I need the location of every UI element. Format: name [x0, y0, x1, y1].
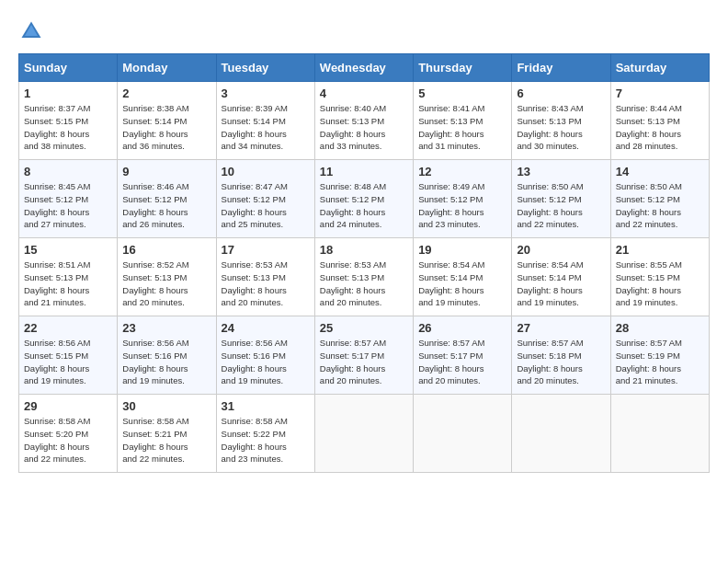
calendar-cell: 27Sunrise: 8:57 AM Sunset: 5:18 PM Dayli…	[512, 316, 610, 395]
day-number: 31	[222, 399, 310, 413]
header-thursday: Thursday	[414, 54, 512, 82]
calendar-cell: 20Sunrise: 8:54 AM Sunset: 5:14 PM Dayli…	[512, 238, 610, 316]
calendar-week-row: 8Sunrise: 8:45 AM Sunset: 5:12 PM Daylig…	[19, 160, 710, 238]
calendar-cell: 17Sunrise: 8:53 AM Sunset: 5:13 PM Dayli…	[216, 238, 314, 316]
day-number: 11	[320, 165, 408, 178]
day-number: 28	[616, 321, 704, 335]
calendar-cell: 31Sunrise: 8:58 AM Sunset: 5:22 PM Dayli…	[216, 395, 314, 473]
day-number: 2	[122, 86, 210, 100]
calendar-week-row: 22Sunrise: 8:56 AM Sunset: 5:15 PM Dayli…	[19, 316, 710, 395]
day-info: Sunrise: 8:39 AM Sunset: 5:14 PM Dayligh…	[222, 102, 310, 153]
day-number: 12	[418, 165, 506, 178]
calendar-cell: 12Sunrise: 8:49 AM Sunset: 5:12 PM Dayli…	[414, 160, 512, 238]
day-info: Sunrise: 8:56 AM Sunset: 5:16 PM Dayligh…	[122, 337, 210, 387]
day-number: 22	[24, 321, 112, 335]
calendar-cell: 14Sunrise: 8:50 AM Sunset: 5:12 PM Dayli…	[610, 160, 709, 238]
header-tuesday: Tuesday	[216, 54, 314, 82]
calendar-cell	[512, 395, 610, 473]
day-info: Sunrise: 8:53 AM Sunset: 5:13 PM Dayligh…	[222, 259, 310, 309]
calendar-cell: 22Sunrise: 8:56 AM Sunset: 5:15 PM Dayli…	[19, 316, 118, 395]
day-info: Sunrise: 8:37 AM Sunset: 5:15 PM Dayligh…	[24, 102, 112, 153]
day-number: 20	[517, 243, 605, 257]
day-number: 7	[616, 86, 704, 100]
day-number: 24	[222, 321, 310, 335]
logo	[18, 18, 48, 44]
day-number: 15	[24, 243, 112, 257]
day-number: 17	[222, 243, 310, 257]
day-info: Sunrise: 8:57 AM Sunset: 5:18 PM Dayligh…	[517, 337, 605, 387]
day-number: 1	[24, 86, 112, 100]
calendar-cell: 23Sunrise: 8:56 AM Sunset: 5:16 PM Dayli…	[118, 316, 216, 395]
day-info: Sunrise: 8:58 AM Sunset: 5:22 PM Dayligh…	[222, 415, 310, 465]
calendar-cell: 15Sunrise: 8:51 AM Sunset: 5:13 PM Dayli…	[19, 238, 118, 316]
calendar-cell: 11Sunrise: 8:48 AM Sunset: 5:12 PM Dayli…	[314, 160, 413, 238]
day-info: Sunrise: 8:44 AM Sunset: 5:13 PM Dayligh…	[616, 102, 704, 153]
day-info: Sunrise: 8:57 AM Sunset: 5:19 PM Dayligh…	[616, 337, 704, 387]
day-info: Sunrise: 8:51 AM Sunset: 5:13 PM Dayligh…	[24, 259, 112, 309]
day-number: 9	[122, 165, 210, 178]
calendar-cell: 18Sunrise: 8:53 AM Sunset: 5:13 PM Dayli…	[314, 238, 413, 316]
header-monday: Monday	[118, 54, 216, 82]
day-info: Sunrise: 8:45 AM Sunset: 5:12 PM Dayligh…	[24, 180, 112, 231]
calendar-cell: 29Sunrise: 8:58 AM Sunset: 5:20 PM Dayli…	[19, 395, 118, 473]
day-number: 4	[320, 86, 408, 100]
calendar-cell: 21Sunrise: 8:55 AM Sunset: 5:15 PM Dayli…	[610, 238, 709, 316]
calendar-table: Sunday Monday Tuesday Wednesday Thursday…	[18, 53, 710, 473]
day-info: Sunrise: 8:49 AM Sunset: 5:12 PM Dayligh…	[418, 180, 506, 231]
day-number: 16	[122, 243, 210, 257]
header-sunday: Sunday	[19, 54, 118, 82]
day-number: 18	[320, 243, 408, 257]
day-info: Sunrise: 8:50 AM Sunset: 5:12 PM Dayligh…	[517, 180, 605, 231]
day-info: Sunrise: 8:57 AM Sunset: 5:17 PM Dayligh…	[418, 337, 506, 387]
day-info: Sunrise: 8:56 AM Sunset: 5:15 PM Dayligh…	[24, 337, 112, 387]
calendar-cell: 19Sunrise: 8:54 AM Sunset: 5:14 PM Dayli…	[414, 238, 512, 316]
day-number: 8	[24, 165, 112, 178]
day-info: Sunrise: 8:47 AM Sunset: 5:12 PM Dayligh…	[222, 180, 310, 231]
calendar-cell: 3Sunrise: 8:39 AM Sunset: 5:14 PM Daylig…	[216, 82, 314, 160]
calendar-cell: 2Sunrise: 8:38 AM Sunset: 5:14 PM Daylig…	[118, 82, 216, 160]
day-info: Sunrise: 8:43 AM Sunset: 5:13 PM Dayligh…	[517, 102, 605, 153]
day-number: 21	[616, 243, 704, 257]
calendar-cell: 10Sunrise: 8:47 AM Sunset: 5:12 PM Dayli…	[216, 160, 314, 238]
day-info: Sunrise: 8:48 AM Sunset: 5:12 PM Dayligh…	[320, 180, 408, 231]
day-number: 30	[122, 399, 210, 413]
calendar-cell: 4Sunrise: 8:40 AM Sunset: 5:13 PM Daylig…	[314, 82, 413, 160]
day-info: Sunrise: 8:46 AM Sunset: 5:12 PM Dayligh…	[122, 180, 210, 231]
calendar-cell	[610, 395, 709, 473]
day-info: Sunrise: 8:41 AM Sunset: 5:13 PM Dayligh…	[418, 102, 506, 153]
calendar-cell: 7Sunrise: 8:44 AM Sunset: 5:13 PM Daylig…	[610, 82, 709, 160]
calendar-week-row: 1Sunrise: 8:37 AM Sunset: 5:15 PM Daylig…	[19, 82, 710, 160]
day-number: 14	[616, 165, 704, 178]
calendar-cell: 25Sunrise: 8:57 AM Sunset: 5:17 PM Dayli…	[314, 316, 413, 395]
calendar-cell: 24Sunrise: 8:56 AM Sunset: 5:16 PM Dayli…	[216, 316, 314, 395]
day-number: 13	[517, 165, 605, 178]
day-info: Sunrise: 8:57 AM Sunset: 5:17 PM Dayligh…	[320, 337, 408, 387]
logo-icon	[18, 18, 44, 44]
calendar-cell: 5Sunrise: 8:41 AM Sunset: 5:13 PM Daylig…	[414, 82, 512, 160]
day-number: 10	[222, 165, 310, 178]
calendar-week-row: 29Sunrise: 8:58 AM Sunset: 5:20 PM Dayli…	[19, 395, 710, 473]
calendar-cell: 6Sunrise: 8:43 AM Sunset: 5:13 PM Daylig…	[512, 82, 610, 160]
day-info: Sunrise: 8:56 AM Sunset: 5:16 PM Dayligh…	[222, 337, 310, 387]
calendar-cell: 8Sunrise: 8:45 AM Sunset: 5:12 PM Daylig…	[19, 160, 118, 238]
day-number: 6	[517, 86, 605, 100]
header-saturday: Saturday	[610, 54, 709, 82]
day-info: Sunrise: 8:53 AM Sunset: 5:13 PM Dayligh…	[320, 259, 408, 309]
day-number: 26	[418, 321, 506, 335]
calendar-cell: 30Sunrise: 8:58 AM Sunset: 5:21 PM Dayli…	[118, 395, 216, 473]
day-info: Sunrise: 8:54 AM Sunset: 5:14 PM Dayligh…	[418, 259, 506, 309]
calendar-cell: 16Sunrise: 8:52 AM Sunset: 5:13 PM Dayli…	[118, 238, 216, 316]
header-wednesday: Wednesday	[314, 54, 413, 82]
header-friday: Friday	[512, 54, 610, 82]
calendar-cell	[414, 395, 512, 473]
calendar-cell: 28Sunrise: 8:57 AM Sunset: 5:19 PM Dayli…	[610, 316, 709, 395]
day-number: 25	[320, 321, 408, 335]
calendar-week-row: 15Sunrise: 8:51 AM Sunset: 5:13 PM Dayli…	[19, 238, 710, 316]
day-info: Sunrise: 8:54 AM Sunset: 5:14 PM Dayligh…	[517, 259, 605, 309]
day-number: 3	[222, 86, 310, 100]
day-info: Sunrise: 8:38 AM Sunset: 5:14 PM Dayligh…	[122, 102, 210, 153]
day-number: 5	[418, 86, 506, 100]
calendar-cell: 26Sunrise: 8:57 AM Sunset: 5:17 PM Dayli…	[414, 316, 512, 395]
day-number: 19	[418, 243, 506, 257]
page-header	[18, 18, 710, 44]
